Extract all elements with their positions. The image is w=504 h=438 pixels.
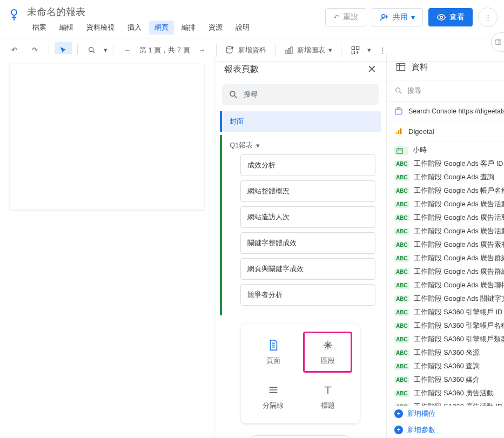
- field-row[interactable]: 小時: [387, 144, 504, 157]
- document-title[interactable]: 未命名的報表: [27, 4, 325, 21]
- canvas-area[interactable]: [0, 54, 214, 438]
- sub-page-item[interactable]: 關鍵字整體成效: [240, 232, 375, 254]
- chevron-down-icon[interactable]: ▾: [104, 46, 107, 54]
- share-icon: [380, 12, 389, 22]
- svg-rect-9: [356, 46, 359, 49]
- field-row[interactable]: ABC工作階段 Google Ads 廣告聯播網…: [387, 279, 504, 292]
- field-row[interactable]: ABC工作階段 Google Ads 廣告活動 ID: [387, 211, 504, 225]
- menu-resource[interactable]: 資源: [203, 21, 228, 35]
- abc-type-badge: ABC: [394, 201, 409, 208]
- view-button[interactable]: 查看: [428, 8, 473, 26]
- field-row[interactable]: ABC工作階段 Google Ads 關鍵字文字: [387, 292, 504, 306]
- menu-view[interactable]: 資料檢視: [81, 21, 120, 35]
- svg-point-1: [382, 15, 385, 18]
- field-row[interactable]: ABC工作階段 SA360 廣告活動 ID: [387, 400, 504, 406]
- menu-arrange[interactable]: 編排: [176, 21, 201, 35]
- field-row[interactable]: ABC工作階段 Google Ads 廣告群組 ID: [387, 252, 504, 265]
- svg-point-4: [226, 46, 232, 49]
- datasource-search-console[interactable]: Search Console https://digeetalsy… ›: [387, 102, 504, 122]
- field-row[interactable]: ABC工作階段 Google Ads 廣告群組名稱: [387, 265, 504, 279]
- data-search-placeholder: 搜尋: [407, 86, 421, 96]
- field-row[interactable]: ABC工作階段 SA360 來源: [387, 346, 504, 360]
- field-label: 工作階段 Google Ads 廣告素材 ID: [414, 240, 504, 250]
- abc-type-badge: ABC: [394, 268, 409, 275]
- sub-page-item[interactable]: 競爭者分析: [240, 284, 375, 306]
- menu-file[interactable]: 檔案: [27, 21, 52, 35]
- pages-search-input[interactable]: 搜尋: [222, 84, 379, 105]
- field-label: 工作階段 Google Ads 廣告群組 ID: [414, 254, 504, 263]
- chevron-down-icon: ▾: [256, 141, 260, 150]
- close-icon[interactable]: ✕: [367, 63, 377, 76]
- panel-icon: [494, 38, 502, 46]
- abc-type-badge: ABC: [394, 241, 409, 248]
- menu-page[interactable]: 網頁: [149, 21, 174, 35]
- abc-type-badge: ABC: [394, 363, 409, 370]
- field-label: 工作階段 Google Ads 廣告活動類型: [414, 227, 504, 236]
- menu-edit[interactable]: 編輯: [54, 21, 79, 35]
- search-icon: [229, 90, 238, 99]
- datasource-digeetal[interactable]: Digeetal ›: [387, 122, 504, 141]
- chevron-down-icon[interactable]: ▾: [367, 46, 371, 54]
- menu-insert[interactable]: 插入: [122, 21, 147, 35]
- add-page-option[interactable]: 頁面: [248, 332, 298, 373]
- reset-button[interactable]: ↶ 重設: [325, 8, 366, 26]
- field-label: 工作階段 SA360 媒介: [414, 375, 480, 385]
- field-row[interactable]: ABC工作階段 SA360 媒介: [387, 373, 504, 387]
- add-title-option[interactable]: 標題: [303, 378, 352, 416]
- add-section-option[interactable]: 區段: [303, 332, 352, 373]
- field-label: 工作階段 Google Ads 關鍵字文字: [414, 294, 504, 304]
- report-canvas[interactable]: [10, 64, 204, 210]
- page-indicator[interactable]: 第 1 頁，共 7 頁: [139, 45, 190, 55]
- divider-icon: [267, 383, 280, 396]
- field-row[interactable]: ABC工作階段 SA360 引擎帳戶名稱: [387, 319, 504, 333]
- add-divider-option[interactable]: 分隔線: [248, 378, 298, 416]
- add-chart-button[interactable]: 新增圖表 ▾: [281, 45, 335, 55]
- sub-page-item[interactable]: 成效分析: [240, 154, 375, 176]
- field-row[interactable]: ABC工作階段 Google Ads 帳戶名稱: [387, 184, 504, 198]
- data-panel-title: 資料: [412, 62, 428, 72]
- eye-icon: [436, 12, 446, 22]
- section-children: 成效分析網站整體概況網站造訪人次關鍵字整體成效網頁與關鍵字成效競爭者分析: [220, 152, 381, 315]
- section-q1[interactable]: Q1報表 ▾: [220, 135, 381, 152]
- field-label: 工作階段 Google Ads 廣告群組名稱: [414, 267, 504, 277]
- add-param-link[interactable]: + 新增參數: [387, 422, 504, 438]
- field-row[interactable]: ABC工作階段 SA360 廣告活動: [387, 387, 504, 400]
- field-label: 工作階段 Google Ads 廣告聯播網…: [414, 281, 504, 290]
- field-row[interactable]: ABC工作階段 Google Ads 廣告活動類型: [387, 225, 504, 238]
- data-search-input[interactable]: 搜尋: [387, 80, 504, 102]
- svg-point-3: [89, 47, 93, 51]
- field-row[interactable]: ABC工作階段 Google Ads 廣告素材 ID: [387, 238, 504, 252]
- field-row[interactable]: ABC工作階段 SA360 引擎帳戶類型: [387, 333, 504, 346]
- abc-type-badge: ABC: [394, 282, 409, 289]
- add-page-label: 頁面: [266, 356, 280, 366]
- field-row[interactable]: ABC工作階段 SA360 查詢: [387, 360, 504, 373]
- svg-rect-8: [352, 46, 354, 49]
- add-title-label: 標題: [321, 401, 335, 410]
- svg-point-0: [11, 10, 17, 15]
- sub-page-item[interactable]: 網站整體概況: [240, 180, 375, 202]
- sub-page-item[interactable]: 網站造訪人次: [240, 206, 375, 228]
- datasource-label: Search Console https://digeetalsy…: [408, 107, 504, 115]
- title-icon: [321, 383, 334, 396]
- more-button[interactable]: ⋮: [478, 8, 498, 27]
- menu-help[interactable]: 說明: [230, 21, 255, 35]
- search-placeholder: 搜尋: [244, 90, 258, 99]
- add-data-button[interactable]: 新增資料: [222, 45, 270, 55]
- svg-rect-18: [398, 130, 400, 134]
- cover-label: 封面: [230, 117, 244, 125]
- abc-type-badge: ABC: [394, 255, 409, 262]
- sub-page-item[interactable]: 網頁與關鍵字成效: [240, 258, 375, 280]
- add-field-link[interactable]: + 新增欄位: [387, 406, 504, 422]
- field-label: 工作階段 Google Ads 客戶 ID: [414, 159, 503, 169]
- abc-type-badge: ABC: [394, 349, 409, 356]
- abc-type-badge: ABC: [394, 214, 409, 221]
- share-button[interactable]: 共用 ▾: [372, 8, 423, 26]
- field-row[interactable]: ABC工作階段 Google Ads 查詢: [387, 171, 504, 184]
- page-cover[interactable]: 封面: [220, 111, 381, 132]
- pages-panel-title: 報表頁數: [224, 64, 259, 75]
- field-label: 工作階段 Google Ads 查詢: [414, 173, 495, 182]
- field-row[interactable]: ABC工作階段 Google Ads 廣告活動: [387, 198, 504, 211]
- field-row[interactable]: ABC工作階段 SA360 引擎帳戶 ID: [387, 306, 504, 319]
- add-page-button[interactable]: 新增頁面: [246, 435, 354, 438]
- field-row[interactable]: ABC工作階段 Google Ads 客戶 ID: [387, 157, 504, 171]
